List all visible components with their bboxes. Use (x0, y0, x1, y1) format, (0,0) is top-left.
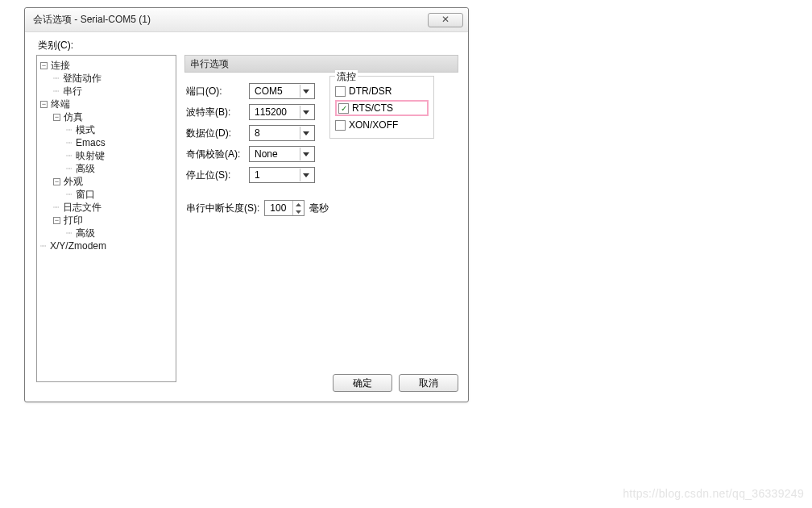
port-combo[interactable]: COM5 (249, 83, 315, 99)
chevron-down-icon (300, 85, 311, 98)
flow-control-group: 流控 DTR/DSR ✓ RTS/CTS XON/XOFF (329, 76, 434, 139)
break-length-spinner[interactable]: 100 (264, 200, 304, 216)
chevron-down-icon (300, 127, 311, 139)
dialog-buttons: 确定 取消 (333, 374, 458, 392)
titlebar: 会话选项 - Serial-COM5 (1) ✕ (25, 8, 468, 32)
tree-advanced[interactable]: 高级 (76, 163, 95, 174)
tree-window[interactable]: 窗口 (76, 189, 95, 200)
dialog-body: 类别(C): −连接 登陆动作 串行 −终端 −仿真 模式 Emacs (25, 32, 468, 402)
spin-up-icon[interactable] (293, 201, 304, 208)
serial-break-row: 串行中断长度(S): 100 毫秒 (186, 200, 457, 216)
collapse-icon[interactable]: − (53, 178, 60, 185)
close-icon: ✕ (441, 14, 450, 25)
dtr-dsr-checkbox[interactable]: DTR/DSR (335, 83, 429, 99)
collapse-icon[interactable]: − (40, 101, 48, 108)
tree-appearance[interactable]: 外观 (64, 176, 83, 187)
collapse-icon[interactable]: − (53, 114, 60, 121)
checkbox-icon (335, 120, 346, 131)
collapse-icon[interactable]: − (40, 62, 48, 69)
tree-logfile[interactable]: 日志文件 (63, 202, 102, 213)
databits-combo[interactable]: 8 (249, 125, 315, 141)
category-tree[interactable]: −连接 登陆动作 串行 −终端 −仿真 模式 Emacs 映射键 高级 (36, 55, 176, 382)
section-header: 串行选项 (184, 55, 458, 73)
port-label: 端口(O): (186, 85, 249, 98)
tree-xyzmodem[interactable]: X/Y/Zmodem (50, 240, 106, 252)
window-title: 会话选项 - Serial-COM5 (1) (33, 13, 428, 27)
tree-serial[interactable]: 串行 (63, 85, 82, 97)
stopbits-label: 停止位(S): (186, 169, 249, 182)
svg-marker-3 (303, 152, 309, 156)
settings-panel: 串行选项 端口(O): COM5 波特率(B): 115200 (184, 55, 458, 382)
break-label: 串行中断长度(S): (186, 202, 259, 215)
svg-marker-5 (296, 203, 301, 206)
break-unit: 毫秒 (309, 202, 329, 215)
tree-emacs[interactable]: Emacs (76, 137, 106, 148)
collapse-icon[interactable]: − (53, 217, 60, 224)
tree-connection[interactable]: 连接 (51, 60, 70, 71)
chevron-down-icon (300, 169, 311, 181)
tree-print[interactable]: 打印 (64, 214, 83, 226)
checkbox-icon (335, 86, 346, 97)
baud-combo[interactable]: 115200 (249, 104, 315, 120)
parity-combo[interactable]: None (249, 146, 315, 162)
category-label: 类别(C): (38, 39, 460, 52)
flow-legend: 流控 (335, 70, 358, 84)
parity-label: 奇偶校验(A): (186, 148, 249, 161)
svg-marker-1 (303, 110, 309, 115)
tree-mode[interactable]: 模式 (76, 124, 95, 135)
chevron-down-icon (300, 106, 311, 119)
session-options-dialog: 会话选项 - Serial-COM5 (1) ✕ 类别(C): −连接 登陆动作… (24, 7, 469, 402)
close-button[interactable]: ✕ (428, 13, 463, 27)
serial-form: 端口(O): COM5 波特率(B): 115200 数据位(D): (184, 73, 458, 224)
chevron-down-icon (300, 148, 311, 160)
spin-down-icon[interactable] (293, 208, 304, 215)
watermark: https://blog.csdn.net/qq_36339249 (623, 487, 804, 500)
cancel-button[interactable]: 取消 (399, 374, 458, 392)
svg-marker-2 (303, 131, 309, 135)
databits-label: 数据位(D): (186, 127, 249, 140)
baud-label: 波特率(B): (186, 106, 249, 119)
tree-emulation[interactable]: 仿真 (64, 111, 83, 123)
tree-terminal[interactable]: 终端 (51, 98, 70, 110)
tree-login-action[interactable]: 登陆动作 (63, 73, 102, 84)
svg-marker-6 (296, 210, 301, 214)
svg-marker-4 (303, 173, 309, 177)
rts-cts-checkbox[interactable]: ✓ RTS/CTS (335, 100, 429, 116)
svg-marker-0 (303, 90, 309, 94)
stopbits-combo[interactable]: 1 (249, 167, 315, 183)
tree-print-advanced[interactable]: 高级 (76, 227, 95, 239)
ok-button[interactable]: 确定 (333, 374, 392, 392)
tree-mapkeys[interactable]: 映射键 (76, 150, 105, 161)
checkbox-icon: ✓ (338, 103, 349, 114)
xon-xoff-checkbox[interactable]: XON/XOFF (335, 117, 429, 133)
